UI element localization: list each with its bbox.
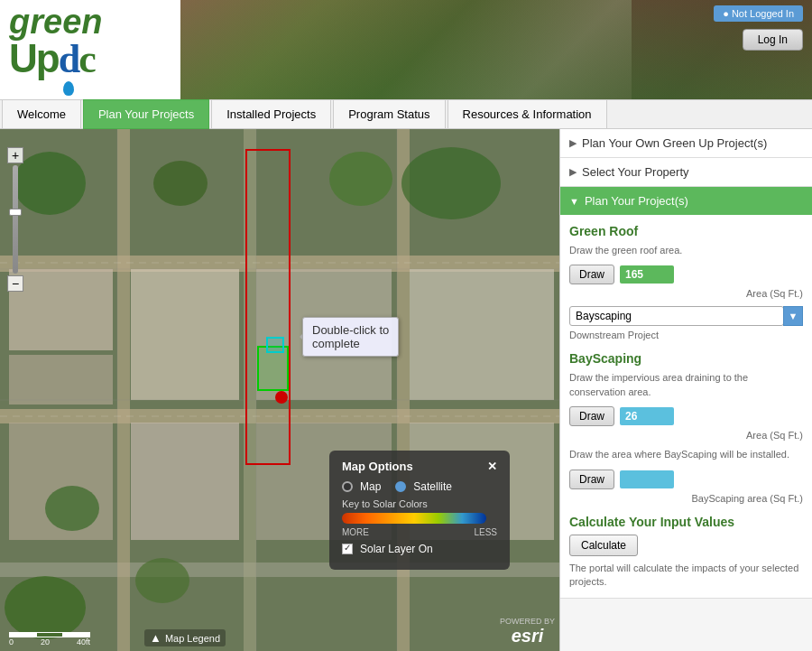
downstream-project-label: Downstream Project	[569, 330, 803, 340]
main-content: + − Double-click to complete Map Options…	[0, 129, 812, 651]
logo: green Updc	[9, 5, 171, 96]
map-legend-button[interactable]: ▲ Map Legend	[144, 629, 226, 646]
green-roof-dropdown-row: Bayscaping ▼	[569, 306, 803, 326]
solar-color-gradient	[342, 513, 486, 524]
plan-projects-label: Plan Your Project(s)	[585, 194, 688, 208]
svg-point-21	[5, 576, 86, 639]
map-tooltip: Double-click to complete	[302, 317, 399, 357]
bayscaping-area-label: Area (Sq Ft.)	[569, 430, 803, 441]
map-options-panel: Map Options ✕ Map Satellite Key to Solar…	[329, 451, 510, 570]
calculate-title: Calculate Your Input Values	[569, 515, 803, 529]
zoom-control: + −	[7, 147, 23, 292]
satellite-radio[interactable]	[395, 481, 406, 492]
zoom-thumb	[9, 209, 22, 216]
svg-rect-8	[9, 355, 113, 405]
scale-numbers: 0 20 40ft	[9, 637, 90, 646]
select-property-arrow: ▶	[569, 166, 577, 178]
bayscaping-area2-label: BayScaping area (Sq Ft.)	[569, 493, 803, 504]
svg-rect-4	[117, 129, 130, 651]
bayscaping-drawing	[266, 337, 284, 353]
svg-point-16	[14, 152, 86, 215]
logo-area: green Updc	[0, 0, 180, 105]
plan-projects-content: Green Roof Draw the green roof area. Dra…	[560, 215, 812, 598]
plan-own-label: Plan Your Own Green Up Project(s)	[582, 136, 767, 150]
bayscaping-draw-button[interactable]: Draw	[569, 406, 614, 426]
not-logged-in-badge: ● Not Logged In	[714, 7, 803, 20]
svg-point-19	[153, 161, 208, 206]
plan-own-header[interactable]: ▶ Plan Your Own Green Up Project(s)	[560, 129, 812, 157]
bayscaping-draw2-button[interactable]: Draw	[569, 470, 614, 489]
bayscaping-area2-value	[620, 470, 674, 488]
svg-rect-7	[9, 269, 113, 350]
solar-title: Key to Solar Colors	[342, 498, 497, 509]
solar-layer-row: Solar Layer On	[342, 543, 497, 555]
map-marker	[275, 391, 288, 404]
logo-drop	[63, 81, 74, 96]
map-options-close[interactable]: ✕	[487, 460, 497, 473]
tab-resources[interactable]: Resources & Information	[448, 99, 607, 129]
bayscaping-desc2: Draw the area where BayScaping will be i…	[569, 448, 803, 461]
svg-rect-11	[410, 269, 554, 400]
select-property-header[interactable]: ▶ Select Your Property	[560, 158, 812, 186]
svg-point-18	[329, 152, 392, 206]
property-outline	[245, 149, 291, 465]
login-button[interactable]: Log In	[743, 29, 803, 51]
green-roof-draw-button[interactable]: Draw	[569, 265, 614, 284]
plan-own-arrow: ▶	[569, 137, 577, 149]
map-options-title: Map Options ✕	[342, 460, 497, 473]
tab-program[interactable]: Program Status	[333, 99, 445, 129]
dropdown-arrow[interactable]: ▼	[783, 306, 803, 326]
green-roof-draw-row: Draw 165	[569, 265, 803, 284]
solar-layer-checkbox[interactable]	[342, 544, 353, 554]
bayscaping-draw-row: Draw 26	[569, 406, 803, 426]
downstream-project-select[interactable]: Bayscaping	[569, 306, 784, 326]
select-property-label: Select Your Property	[582, 165, 689, 179]
esri-badge: POWERED BY esri	[500, 617, 555, 646]
zoom-slider[interactable]	[13, 165, 18, 274]
zoom-in-button[interactable]: +	[7, 147, 23, 163]
green-roof-area-label: Area (Sq Ft.)	[569, 288, 803, 299]
map-radio[interactable]	[342, 481, 353, 492]
bayscaping-desc: Draw the impervious area draining to the…	[569, 371, 803, 399]
svg-point-17	[401, 147, 501, 219]
green-roof-desc: Draw the green roof area.	[569, 244, 803, 257]
calculate-button[interactable]: Calculate	[569, 535, 638, 556]
green-roof-title: Green Roof	[569, 224, 803, 238]
scale-bar: 0 20 40ft	[9, 632, 90, 646]
plan-projects-header[interactable]: ▼ Plan Your Project(s)	[560, 187, 812, 215]
panel-spacer	[560, 599, 812, 651]
plan-projects-arrow: ▼	[569, 196, 579, 207]
right-panel: ▶ Plan Your Own Green Up Project(s) ▶ Se…	[559, 129, 812, 651]
map-area[interactable]: + − Double-click to complete Map Options…	[0, 129, 559, 651]
solar-labels: MORE LESS	[342, 527, 497, 537]
bayscaping-value: 26	[620, 407, 674, 425]
select-property-section: ▶ Select Your Property	[560, 158, 812, 187]
plan-own-section: ▶ Plan Your Own Green Up Project(s)	[560, 129, 812, 158]
zoom-out-button[interactable]: −	[7, 275, 23, 292]
green-roof-value: 165	[620, 265, 674, 284]
map-type-row: Map Satellite	[342, 480, 497, 493]
tab-installed[interactable]: Installed Projects	[211, 99, 331, 129]
svg-point-22	[135, 558, 189, 603]
bayscaping-title: BayScaping	[569, 351, 803, 366]
svg-rect-9	[131, 269, 239, 400]
svg-rect-13	[131, 423, 239, 540]
bayscaping-draw2-row: Draw	[569, 470, 803, 489]
header: green Updc ● Not Logged In Log In	[0, 0, 812, 99]
svg-rect-6	[397, 129, 410, 651]
svg-point-20	[45, 486, 99, 531]
calculate-desc: The portal will calculate the impacts of…	[569, 562, 803, 590]
plan-projects-section: ▼ Plan Your Project(s) Green Roof Draw t…	[560, 187, 812, 599]
